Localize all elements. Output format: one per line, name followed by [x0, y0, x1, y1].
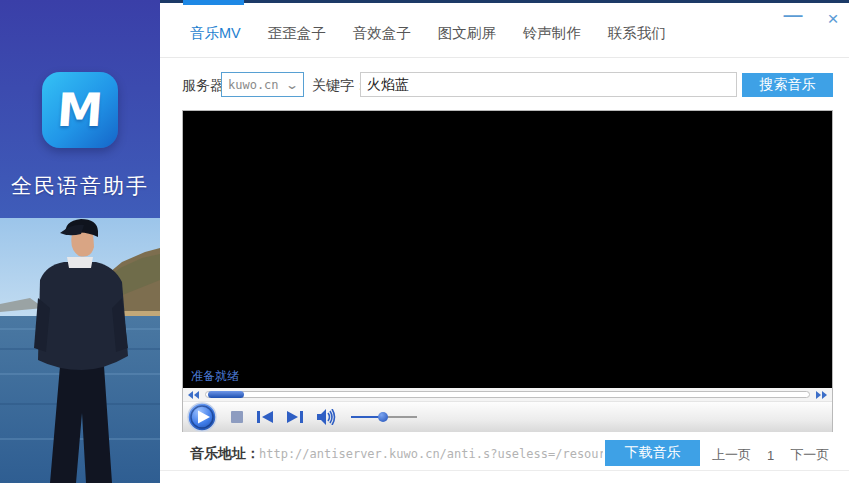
- sidebar-photo: [0, 218, 160, 483]
- player-status-text: 准备就绪: [191, 368, 239, 385]
- download-music-button[interactable]: 下载音乐: [605, 440, 700, 466]
- video-screen[interactable]: 准备就绪: [183, 111, 832, 388]
- music-address-label: 音乐地址：: [190, 445, 260, 463]
- tab-ringtone[interactable]: 铃声制作: [523, 24, 581, 43]
- close-icon[interactable]: ×: [820, 8, 846, 30]
- keyword-input[interactable]: [360, 72, 737, 97]
- app-logo-letter: M: [55, 83, 105, 137]
- app-logo: M: [42, 72, 118, 148]
- media-player: 准备就绪: [182, 110, 833, 432]
- tab-music-mv[interactable]: 音乐MV: [190, 24, 241, 43]
- tab-bar: 音乐MV 歪歪盒子 音效盒子 图文刷屏 铃声制作 联系我们: [190, 24, 666, 43]
- stop-button[interactable]: [231, 411, 243, 423]
- divider: [160, 470, 849, 471]
- seek-track[interactable]: [205, 391, 810, 398]
- sidebar: M 全民语音助手: [0, 0, 160, 483]
- seek-back-icon[interactable]: [183, 391, 205, 399]
- tab-contact-us[interactable]: 联系我们: [608, 24, 666, 43]
- next-button[interactable]: [287, 411, 303, 423]
- tab-sound-box[interactable]: 音效盒子: [353, 24, 411, 43]
- volume-thumb[interactable]: [378, 412, 388, 422]
- tab-yy-box[interactable]: 歪歪盒子: [268, 24, 326, 43]
- volume-icon[interactable]: [317, 409, 337, 425]
- divider: [160, 57, 849, 58]
- seek-thumb[interactable]: [208, 391, 244, 398]
- server-select[interactable]: kuwo.cn ⌄: [221, 72, 304, 97]
- search-music-button[interactable]: 搜索音乐: [742, 73, 833, 97]
- app-window: M 全民语音助手: [0, 0, 849, 483]
- app-title: 全民语音助手: [0, 172, 160, 200]
- top-accent-line: [160, 0, 849, 3]
- prev-page-button[interactable]: 上一页: [712, 446, 751, 464]
- current-page-number: 1: [767, 448, 774, 463]
- tab-image-text[interactable]: 图文刷屏: [438, 24, 496, 43]
- seek-bar-row: [183, 388, 832, 401]
- seek-forward-icon[interactable]: [810, 391, 832, 399]
- player-controls: [183, 401, 832, 432]
- minimize-icon[interactable]: —: [780, 4, 806, 26]
- music-address-url: http://antiserver.kuwo.cn/anti.s?useless…: [259, 447, 603, 461]
- server-select-value: kuwo.cn: [228, 78, 287, 92]
- play-button[interactable]: [187, 402, 217, 432]
- chevron-down-icon: ⌄: [285, 78, 299, 92]
- previous-button[interactable]: [257, 411, 273, 423]
- pagination: 上一页 1 下一页: [712, 446, 832, 464]
- volume-empty: [385, 416, 417, 418]
- active-tab-indicator: [183, 0, 244, 5]
- next-page-button[interactable]: 下一页: [790, 446, 829, 464]
- volume-slider[interactable]: [351, 412, 417, 422]
